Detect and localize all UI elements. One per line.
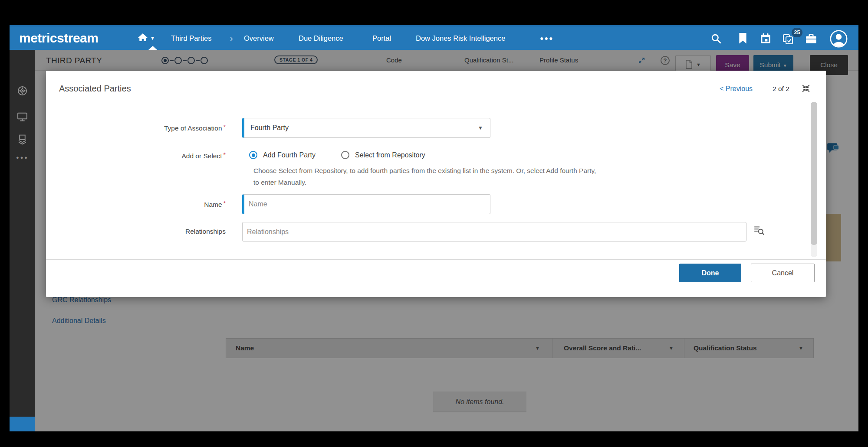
calendar-icon[interactable]: [760, 33, 771, 46]
add-or-select-label: Add or Select*: [98, 151, 226, 160]
radio-select-from-repository-label[interactable]: Select from Repository: [355, 151, 425, 159]
metricstream-logo: metricstream: [19, 26, 98, 50]
radio-add-fourth-party-label[interactable]: Add Fourth Party: [263, 151, 316, 159]
nav-portal[interactable]: Portal: [372, 26, 391, 50]
top-navbar: metricstream ▼ Third Parties › Overview …: [10, 25, 858, 50]
search-icon[interactable]: [710, 33, 722, 46]
relationships-input[interactable]: [247, 222, 710, 241]
type-of-association-label: Type of Association*: [98, 124, 226, 132]
modal-scrollbar: [811, 102, 817, 257]
chevron-down-icon: ▼: [150, 36, 155, 41]
lookup-search-icon[interactable]: [753, 225, 765, 238]
home-icon: [138, 33, 148, 42]
chevron-down-icon: ▼: [478, 118, 483, 137]
help-text-line-2: to enter Manually.: [253, 179, 306, 186]
selected-value: Fourth Party: [250, 118, 289, 137]
nav-dow-jones-risk-intelligence[interactable]: Dow Jones Risk Intelligence: [416, 26, 505, 50]
sidebar-bottom-accent: [10, 417, 35, 431]
relationships-label: Relationships: [98, 228, 226, 235]
cancel-button[interactable]: Cancel: [751, 264, 815, 282]
inbox-stack-icon[interactable]: [17, 134, 28, 147]
collapse-icon[interactable]: [801, 84, 811, 95]
navigator-icon[interactable]: [17, 85, 28, 98]
active-tab-pointer: [148, 46, 157, 50]
scrollbar-thumb[interactable]: [811, 102, 817, 245]
relationships-field-wrapper: [242, 222, 746, 241]
associated-parties-dialog: Associated Parties < Previous 2 of 2 Typ…: [46, 71, 826, 297]
home-menu[interactable]: ▼: [138, 33, 155, 43]
help-text-line-1: Choose Select from Repository, to add fo…: [253, 167, 596, 175]
type-of-association-select[interactable]: Fourth Party ▼: [242, 118, 490, 138]
name-input[interactable]: [249, 195, 475, 214]
radio-add-fourth-party[interactable]: [249, 151, 257, 159]
screen: metricstream ▼ Third Parties › Overview …: [0, 0, 868, 447]
breadcrumb-chevron-icon: ›: [230, 26, 233, 50]
radio-select-from-repository[interactable]: [341, 151, 349, 159]
sidebar-more-icon[interactable]: ●●●: [16, 155, 29, 160]
done-button[interactable]: Done: [679, 264, 741, 282]
notification-count-badge: 25: [792, 28, 802, 37]
dialog-title: Associated Parties: [59, 84, 131, 94]
required-marker: *: [224, 200, 226, 207]
required-marker: *: [224, 124, 226, 131]
footer-divider: [46, 259, 826, 260]
user-avatar[interactable]: [830, 30, 848, 49]
record-position: 2 of 2: [773, 85, 789, 93]
previous-link[interactable]: < Previous: [720, 85, 753, 93]
monitor-icon[interactable]: [17, 111, 28, 124]
name-label: Name*: [98, 200, 226, 209]
bookmark-icon[interactable]: [739, 33, 747, 46]
nav-third-parties[interactable]: Third Parties: [171, 26, 212, 50]
app-window: metricstream ▼ Third Parties › Overview …: [10, 25, 858, 431]
briefcase-icon[interactable]: [806, 33, 817, 46]
nav-overview[interactable]: Overview: [244, 26, 274, 50]
nav-due-diligence[interactable]: Due Diligence: [299, 26, 343, 50]
required-marker: *: [224, 151, 226, 158]
name-field-wrapper: [242, 194, 490, 214]
left-sidebar: ●●●: [10, 50, 35, 431]
nav-more-icon[interactable]: ●●●: [540, 26, 553, 50]
